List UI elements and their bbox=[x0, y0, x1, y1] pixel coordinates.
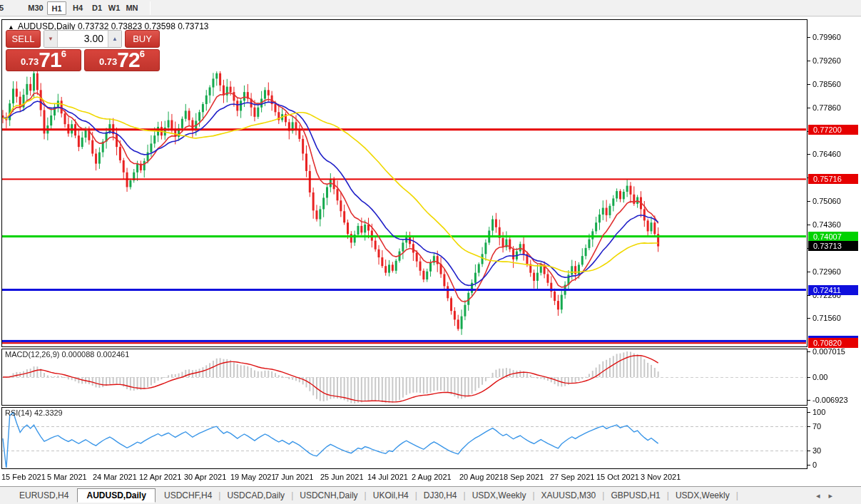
timeframe-button-w1[interactable]: W1 bbox=[106, 1, 123, 15]
hline-price-label: 0.70820 bbox=[808, 338, 858, 348]
date-axis-label: 15 Oct 2021 bbox=[596, 473, 639, 481]
tab-scroll-left-icon[interactable]: ◂ bbox=[816, 491, 829, 500]
sell-price-pip: 6 bbox=[61, 48, 66, 59]
macd-indicator-label: MACD(12,26,9) 0.000088 0.002461 bbox=[5, 350, 129, 359]
rsi-scale-label: 30 bbox=[812, 446, 821, 456]
timeframe-button-5[interactable]: 5 bbox=[0, 1, 6, 15]
buy-price-pip: 6 bbox=[140, 48, 145, 59]
volume-decrease-icon[interactable]: ▼ bbox=[44, 31, 58, 47]
date-axis-label: 30 Apr 2021 bbox=[184, 473, 226, 481]
price-tick-label: 0.72960 bbox=[812, 267, 858, 277]
chart-tab-ukoil-h4[interactable]: UKOil,H4 bbox=[367, 489, 415, 502]
hline-price-label: 0.74007 bbox=[808, 232, 858, 242]
price-tick-label: 0.77860 bbox=[812, 103, 858, 113]
chart-tab-usdx-weekly[interactable]: USDX,Weekly bbox=[669, 489, 736, 502]
one-click-trading-panel: SELL ▼ 3.00 ▲ BUY 0.73716 0.73726 bbox=[6, 30, 160, 71]
date-axis-label: 5 Mar 2021 bbox=[47, 473, 87, 481]
sell-price-box[interactable]: 0.73716 bbox=[6, 49, 81, 71]
chart-tab-usdcad-daily[interactable]: USDCAD,Daily bbox=[220, 489, 291, 502]
hline-price-label: 0.72411 bbox=[808, 285, 858, 295]
sell-button[interactable]: SELL bbox=[6, 30, 41, 48]
buy-price-box[interactable]: 0.73726 bbox=[84, 49, 160, 71]
date-axis-label: 20 Aug 2021 bbox=[459, 473, 504, 481]
price-tick-label: 0.74360 bbox=[812, 220, 858, 230]
chart-tab-usdchf-h4[interactable]: USDCHF,H4 bbox=[158, 489, 218, 502]
date-axis-label: 24 Mar 2021 bbox=[93, 473, 137, 481]
volume-increase-icon[interactable]: ▲ bbox=[108, 31, 121, 47]
chart-tab-eurusd-h4[interactable]: EURUSD,H4 bbox=[13, 489, 75, 502]
date-axis-label: 19 May 2021 bbox=[230, 473, 276, 481]
chart-tab-bar: ◂▸ EURUSD,H4|AUDUSD,Daily|USDCHF,H4|USDC… bbox=[0, 486, 861, 504]
chart-tab-dj30-h4[interactable]: DJ30,H4 bbox=[417, 489, 464, 502]
date-axis-label: 12 Apr 2021 bbox=[139, 473, 181, 481]
timeframe-button-mn[interactable]: MN bbox=[123, 1, 141, 15]
volume-control: ▼ 3.00 ▲ bbox=[44, 30, 122, 48]
hline-price-label: 0.75716 bbox=[808, 174, 858, 184]
date-axis-label: 15 Feb 2021 bbox=[1, 473, 46, 481]
chart-tab-usdx-weekly[interactable]: USDX,Weekly bbox=[466, 489, 533, 502]
rsi-scale-label: 70 bbox=[812, 422, 821, 431]
ohlc-close: 0.73713 bbox=[178, 21, 208, 31]
price-tick-label: 0.79260 bbox=[812, 56, 858, 66]
macd-scale-label: 0.00 bbox=[812, 373, 827, 382]
toolbar-divider bbox=[150, 1, 151, 15]
chart-tab-gbpusd-h1[interactable]: GBPUSD,H1 bbox=[604, 489, 666, 502]
date-axis-label: 2 Aug 2021 bbox=[412, 473, 452, 481]
chart-window: ▲AUDUSD,Daily 0.73732 0.73823 0.73598 0.… bbox=[0, 17, 861, 486]
date-axis-label: 8 Sep 2021 bbox=[504, 473, 544, 481]
tab-scroll-arrows: ◂▸ bbox=[816, 491, 841, 500]
rsi-scale-label: 0 bbox=[812, 461, 817, 470]
timeframe-button-m30[interactable]: M30 bbox=[25, 1, 46, 15]
chart-tab-usdcnh-daily[interactable]: USDCNH,Daily bbox=[293, 489, 364, 502]
macd-scale-label: -0.006923 bbox=[812, 396, 848, 405]
volume-input[interactable]: 3.00 bbox=[58, 31, 108, 47]
price-tick-label: 0.71560 bbox=[812, 314, 858, 323]
date-axis-label: 7 Jun 2021 bbox=[275, 473, 313, 481]
hline-price-label: 0.77200 bbox=[808, 125, 858, 135]
current-price-label: 0.73713 bbox=[808, 241, 858, 251]
rsi-indicator-label: RSI(14) 42.3329 bbox=[5, 408, 63, 417]
timeframe-button-h1[interactable]: H1 bbox=[47, 1, 66, 15]
mt4-window: 5M30H1H4D1W1MN ▲AUDUSD,Daily 0.73732 0.7… bbox=[0, 0, 861, 504]
buy-button[interactable]: BUY bbox=[125, 30, 160, 48]
date-axis-label: 25 Jun 2021 bbox=[320, 473, 364, 481]
sell-price-prefix: 0.73 bbox=[21, 56, 39, 69]
tab-separator: | bbox=[736, 490, 738, 500]
date-axis-label: 14 Jul 2021 bbox=[367, 473, 408, 481]
chart-tab-xauusd-m30[interactable]: XAUUSD,M30 bbox=[535, 489, 603, 502]
chart-tab-audusd-daily[interactable]: AUDUSD,Daily bbox=[77, 488, 155, 503]
sell-price-big: 71 bbox=[39, 51, 61, 69]
buy-price-prefix: 0.73 bbox=[99, 56, 117, 69]
timeframe-button-d1[interactable]: D1 bbox=[88, 1, 106, 15]
tab-scroll-right-icon[interactable]: ▸ bbox=[828, 491, 841, 500]
timeframe-button-h4[interactable]: H4 bbox=[68, 1, 87, 15]
macd-scale-label: 0.007015 bbox=[812, 347, 845, 356]
price-tick-label: 0.78560 bbox=[812, 80, 858, 89]
price-tick-label: 0.76460 bbox=[812, 150, 858, 159]
buy-price-big: 72 bbox=[117, 51, 139, 69]
price-chart-canvas[interactable] bbox=[0, 17, 861, 486]
price-tick-label: 0.75060 bbox=[812, 197, 858, 206]
price-tick-label: 0.79960 bbox=[812, 33, 858, 42]
date-axis-label: 3 Nov 2021 bbox=[641, 473, 681, 481]
rsi-scale-label: 100 bbox=[812, 408, 825, 417]
timeframe-toolbar: 5M30H1H4D1W1MN bbox=[0, 0, 861, 16]
date-axis-label: 27 Sep 2021 bbox=[550, 473, 594, 481]
